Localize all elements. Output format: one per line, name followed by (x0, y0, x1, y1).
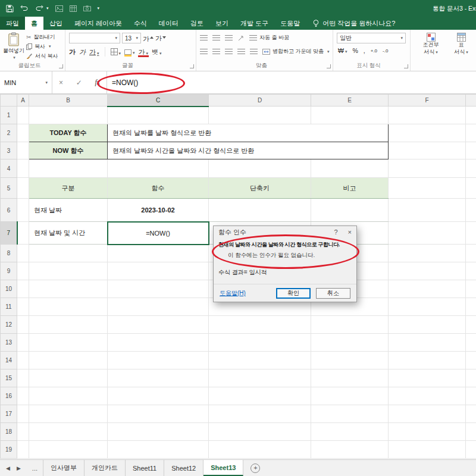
dialog-help-icon[interactable]: ? (334, 228, 337, 236)
cell-A8[interactable] (17, 245, 29, 262)
sheet-tab-Sheet11[interactable]: Sheet11 (126, 460, 164, 476)
cell-F11[interactable] (389, 298, 466, 316)
cell-D16[interactable] (209, 387, 311, 405)
cell-F17[interactable] (389, 405, 466, 423)
cell-B9[interactable] (29, 262, 108, 280)
ribbon-tab-home[interactable]: 홈 (25, 17, 43, 30)
cell-D17[interactable] (209, 405, 311, 423)
cell-A15[interactable] (17, 369, 29, 387)
row-header-7[interactable]: 7 (1, 222, 17, 245)
row-header-13[interactable]: 13 (1, 334, 17, 352)
fill-color-button[interactable]: ▾ (124, 49, 135, 55)
cell-C5[interactable]: 함수 (108, 178, 209, 199)
cell-E12[interactable] (311, 316, 389, 334)
cell-F8[interactable] (389, 245, 466, 262)
cell-B5[interactable]: 구분 (29, 178, 108, 199)
row-header-18[interactable]: 18 (1, 423, 17, 441)
cell-F19[interactable] (389, 441, 466, 459)
name-box[interactable]: MIN ▾ (0, 71, 52, 93)
increase-decimal-button[interactable]: +.0 (371, 48, 377, 54)
cell-E19[interactable] (311, 441, 389, 459)
cell-F7[interactable] (389, 222, 466, 245)
cell-A19[interactable] (17, 441, 29, 459)
cell-A9[interactable] (17, 262, 29, 280)
cell-B3[interactable]: NOW 함수 (29, 142, 108, 159)
paste-button[interactable]: 붙여넣기 ▾ (2, 32, 25, 61)
conditional-formatting-button[interactable]: 조건부 서식▾ (415, 33, 446, 55)
align-top-icon[interactable] (200, 35, 208, 41)
cell-C1[interactable] (108, 107, 209, 124)
cell-B17[interactable] (29, 405, 108, 423)
underline-button[interactable]: 가▾ (89, 49, 99, 55)
ok-button[interactable]: 확인 (276, 288, 311, 299)
cell-E5[interactable]: 비고 (311, 178, 389, 199)
column-header-E[interactable]: E (311, 95, 389, 107)
font-dialog-launcher-icon[interactable] (190, 64, 194, 68)
grow-font-button[interactable]: 가 (143, 35, 154, 42)
ribbon-tab-review[interactable]: 검토 (184, 17, 209, 30)
clipboard-dialog-launcher-icon[interactable] (59, 64, 63, 68)
cell-A2[interactable] (17, 124, 29, 142)
column-header-D[interactable]: D (209, 95, 311, 107)
cell-A4[interactable] (17, 159, 29, 178)
cell-C14[interactable] (108, 352, 209, 369)
cell-F14[interactable] (389, 352, 466, 369)
cell-B15[interactable] (29, 369, 108, 387)
insert-function-icon[interactable]: fx (95, 78, 100, 87)
save-icon[interactable] (6, 5, 14, 12)
cell-D1[interactable] (209, 107, 311, 124)
ribbon-tab-page-layout[interactable]: 페이지 레이아웃 (68, 17, 128, 30)
cell-E4[interactable] (311, 159, 389, 178)
sheet-tab-Sheet12[interactable]: Sheet12 (164, 460, 203, 476)
redo-dropdown-icon[interactable]: ▾ (46, 6, 49, 11)
cell-C3[interactable]: 현재의 날짜와 시간을 날짜와 시간 형식으로 반환 (108, 142, 389, 159)
cell-B11[interactable] (29, 298, 108, 316)
cut-button[interactable]: ✂잘라내기 (26, 33, 58, 40)
borders-button[interactable]: ▾ (111, 48, 121, 55)
cell-A12[interactable] (17, 316, 29, 334)
enter-entry-icon[interactable]: ✓ (76, 79, 82, 87)
cell-F6[interactable] (389, 199, 466, 222)
sheet-tab-개인카드[interactable]: 개인카드 (84, 460, 126, 476)
cell-F2[interactable] (389, 124, 466, 142)
cell-F9[interactable] (389, 262, 466, 280)
align-bottom-icon[interactable] (225, 35, 233, 41)
cell-C13[interactable] (108, 334, 209, 352)
font-color-button[interactable]: 가▾ (139, 49, 149, 55)
cell-B2[interactable]: TODAY 함수 (29, 124, 108, 142)
cell-E17[interactable] (311, 405, 389, 423)
column-header-A[interactable]: A (17, 95, 29, 107)
ribbon-tab-insert[interactable]: 삽입 (43, 17, 68, 30)
cell-B19[interactable] (29, 441, 108, 459)
cell-F3[interactable] (389, 142, 466, 159)
cell-B1[interactable] (29, 107, 108, 124)
camera-icon[interactable] (83, 5, 91, 11)
row-header-17[interactable]: 17 (1, 405, 17, 423)
cell-D15[interactable] (209, 369, 311, 387)
cell-F15[interactable] (389, 369, 466, 387)
ribbon-tab-formulas[interactable]: 수식 (128, 17, 153, 30)
cell-C16[interactable] (108, 387, 209, 405)
ribbon-tab-developer[interactable]: 개발 도구 (234, 17, 274, 30)
cell-A18[interactable] (17, 423, 29, 441)
cell-D13[interactable] (209, 334, 311, 352)
dialog-close-icon[interactable]: × (348, 228, 352, 236)
sheet-nav-right-icon[interactable]: ▶ (17, 465, 21, 471)
align-right-icon[interactable] (225, 49, 233, 55)
cell-F5[interactable] (389, 178, 466, 199)
copy-button[interactable]: 복사▾ (26, 43, 58, 50)
cell-A13[interactable] (17, 334, 29, 352)
select-all-button[interactable] (1, 95, 17, 107)
row-header-6[interactable]: 6 (1, 199, 17, 222)
formula-input[interactable]: =NOW() (107, 71, 476, 93)
cell-C12[interactable] (108, 316, 209, 334)
column-header-C[interactable]: C (108, 95, 209, 107)
help-link[interactable]: 도움말(H) (220, 289, 246, 298)
row-header-4[interactable]: 4 (1, 159, 17, 178)
cell-E16[interactable] (311, 387, 389, 405)
cell-A7[interactable] (17, 222, 29, 245)
cell-C19[interactable] (108, 441, 209, 459)
align-left-icon[interactable] (200, 49, 208, 55)
cell-C11[interactable] (108, 298, 209, 316)
ribbon-tab-help[interactable]: 도움말 (274, 17, 306, 30)
